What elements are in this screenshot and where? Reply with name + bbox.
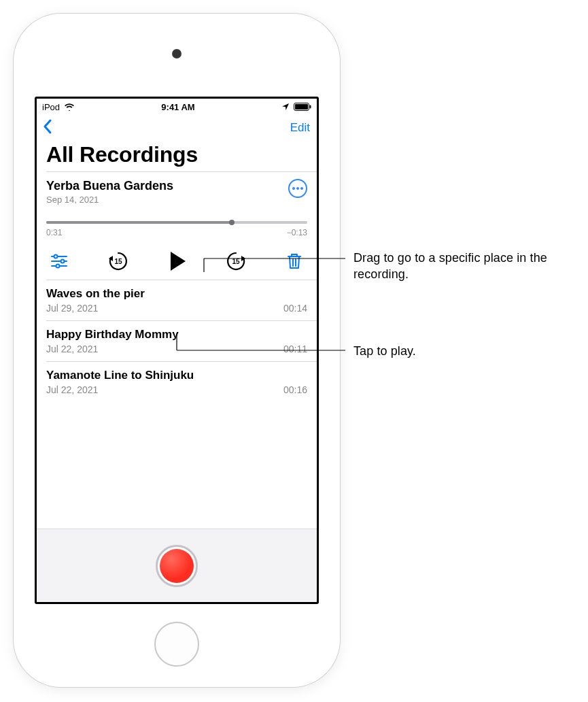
scrubber[interactable]: 0:31 −0:13 [46,221,307,237]
svg-point-4 [54,255,58,258]
options-icon[interactable] [48,250,71,273]
svg-rect-1 [295,104,308,110]
record-icon [160,549,194,583]
recording-title: Yamanote Line to Shinjuku [46,369,307,382]
trash-icon[interactable] [283,250,306,273]
recording-duration: 00:16 [283,384,307,395]
play-button[interactable] [165,250,188,273]
elapsed-time: 0:31 [46,228,62,237]
expanded-recording: Yerba Buena Gardens Sep 14, 2021 0:31 −0… [37,172,317,280]
expanded-date: Sep 14, 2021 [46,195,173,205]
more-button[interactable] [288,179,307,198]
skip-forward-15-icon[interactable]: 15 [224,250,247,273]
scrubber-thumb[interactable] [229,220,235,225]
device-frame: iPod 9:41 AM Edit All Recording [14,14,340,687]
svg-point-8 [56,265,60,268]
status-left: iPod [42,102,75,112]
callout-play: Tap to play. [353,343,416,359]
record-button[interactable] [156,545,198,587]
recording-item[interactable]: Yamanote Line to ShinjukuJul 22, 202100:… [37,362,317,402]
svg-text:15: 15 [232,258,240,265]
recording-date: Jul 22, 2021 [46,344,98,354]
scrubber-fill [46,221,232,224]
play-icon [171,252,186,271]
recording-title: Happy Birthday Mommy [46,328,307,341]
playback-controls: 15 15 [46,250,307,273]
status-bar: iPod 9:41 AM [37,99,317,115]
recording-duration: 00:11 [283,344,307,354]
svg-rect-2 [310,105,311,109]
camera-dot [172,49,181,58]
page-title: All Recordings [37,142,317,171]
skip-back-15-icon[interactable]: 15 [107,250,130,273]
app-screen: iPod 9:41 AM Edit All Recording [35,97,319,604]
callout-scrubber: Drag to go to a specific place in the re… [353,250,588,283]
recording-item[interactable]: Waves on the pierJul 29, 202100:14 [37,280,317,320]
recording-duration: 00:14 [283,303,307,314]
status-right [281,103,311,111]
recording-date: Jul 29, 2021 [46,303,98,314]
record-footer [37,529,317,602]
recording-date: Jul 22, 2021 [46,384,98,395]
carrier-label: iPod [42,102,60,112]
svg-text:15: 15 [114,258,122,265]
home-button[interactable] [154,622,199,667]
recordings-list: Waves on the pierJul 29, 202100:14Happy … [37,280,317,402]
svg-point-6 [61,260,65,263]
edit-button[interactable]: Edit [290,121,310,135]
expanded-title: Yerba Buena Gardens [46,179,173,193]
status-time: 9:41 AM [161,102,194,112]
remaining-time: −0:13 [287,228,307,237]
back-button[interactable] [41,118,56,138]
battery-icon [294,103,311,111]
recording-title: Waves on the pier [46,287,307,301]
wifi-icon [64,103,75,111]
recording-item[interactable]: Happy Birthday MommyJul 22, 202100:11 [37,321,317,361]
nav-bar: Edit [37,115,317,142]
location-icon [281,103,290,111]
